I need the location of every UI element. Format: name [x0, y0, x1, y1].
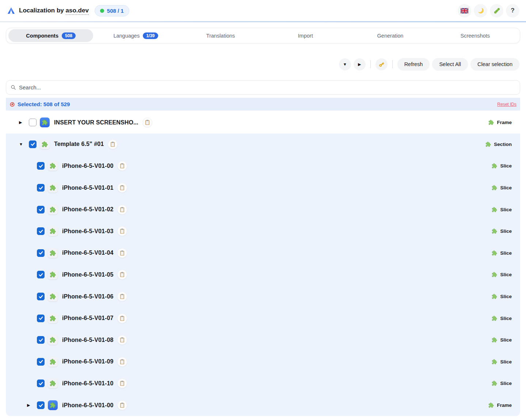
clear-selection-button[interactable]: Clear selection — [470, 58, 519, 70]
refresh-button[interactable]: Refresh — [397, 58, 430, 70]
copy-name-button[interactable] — [117, 292, 127, 301]
tree-row[interactable]: iPhone-6-5-V01-03 Slice — [6, 220, 520, 242]
tree-row[interactable]: ▶ iPhone-6-5-V01-00 — [6, 394, 520, 416]
row-checkbox[interactable] — [37, 336, 45, 344]
copy-name-button[interactable] — [108, 139, 118, 149]
node-puzzle-icon — [48, 183, 58, 193]
row-checkbox[interactable] — [29, 119, 37, 126]
copy-name-button[interactable] — [142, 117, 152, 127]
type-puzzle-icon — [492, 250, 497, 256]
node-puzzle-icon — [48, 335, 58, 345]
app-header: Localization by aso.dev 508 / 1 — [0, 0, 526, 21]
tab-components[interactable]: Components 508 — [8, 29, 93, 42]
type-puzzle-icon — [492, 359, 497, 365]
title-prefix: Localization by — [19, 7, 64, 14]
row-checkbox[interactable] — [37, 358, 45, 366]
node-puzzle-icon — [48, 205, 58, 215]
copy-name-button[interactable] — [117, 357, 127, 367]
node-puzzle-icon — [48, 357, 58, 367]
tab-languages[interactable]: Languages 1/39 — [93, 29, 178, 42]
toolbar-divider — [392, 60, 393, 68]
node-type-label: Slice — [492, 250, 512, 256]
copy-name-button[interactable] — [117, 205, 127, 215]
row-checkbox[interactable] — [37, 293, 45, 300]
uk-flag-icon — [461, 8, 468, 14]
tab-generation[interactable]: Generation — [348, 29, 432, 42]
clipboard-icon — [120, 402, 125, 408]
language-flag-button[interactable] — [458, 4, 471, 18]
expand-arrow-icon[interactable]: ▶ — [27, 403, 37, 408]
type-puzzle-icon — [492, 272, 497, 277]
type-text: Slice — [500, 294, 512, 299]
expand-arrow-icon[interactable]: ▶ — [19, 120, 29, 125]
node-type-label: Frame — [488, 120, 512, 125]
type-text: Slice — [500, 207, 512, 212]
help-button[interactable]: ? — [506, 4, 519, 18]
tab-import[interactable]: Import — [263, 29, 348, 42]
expand-arrow-icon[interactable]: ▼ — [19, 142, 29, 146]
tree-row[interactable]: ▼ Template 6.5" #01 — [6, 134, 520, 155]
tree-row[interactable]: iPhone-6-5-V01-06 Slice — [6, 286, 520, 308]
tab-label: Languages — [113, 33, 140, 39]
tree-row[interactable]: iPhone-6-5-V01-02 Slice — [6, 199, 520, 220]
tab-screenshots[interactable]: Screenshots — [433, 29, 518, 42]
copy-name-button[interactable] — [117, 313, 127, 323]
type-puzzle-icon — [492, 316, 497, 321]
copy-name-button[interactable] — [117, 335, 127, 345]
row-checkbox[interactable] — [37, 315, 45, 322]
row-checkbox[interactable] — [37, 271, 45, 278]
key-button[interactable] — [376, 58, 388, 70]
copy-name-button[interactable] — [117, 248, 127, 258]
type-text: Slice — [500, 381, 512, 386]
title-aso-dev-link[interactable]: aso.dev — [66, 7, 89, 15]
row-checkbox[interactable] — [37, 184, 45, 192]
search-input[interactable] — [19, 84, 515, 90]
key-icon — [378, 61, 385, 68]
reset-ids-link[interactable]: Reset IDs — [497, 102, 517, 107]
row-label: INSERT YOUR SCREENSHO... — [54, 119, 138, 126]
tree-row[interactable]: iPhone-6-5-V01-10 Slice — [6, 373, 520, 394]
tree-row[interactable]: iPhone-6-5-V01-04 Slice — [6, 242, 520, 264]
row-label: iPhone-6-5-V01-08 — [62, 337, 113, 343]
row-checkbox[interactable] — [29, 140, 37, 148]
tree-row[interactable]: iPhone-6-5-V01-05 Slice — [6, 264, 520, 286]
row-label: iPhone-6-5-V01-00 — [62, 163, 113, 169]
row-checkbox[interactable] — [37, 227, 45, 235]
selection-count-text: Selected: 508 of 529 — [18, 101, 70, 107]
tree-row[interactable]: iPhone-6-5-V01-07 Slice — [6, 307, 520, 329]
row-checkbox[interactable] — [37, 249, 45, 257]
tree-row[interactable]: iPhone-6-5-V01-08 Slice — [6, 329, 520, 351]
node-puzzle-icon — [48, 226, 58, 236]
row-label: iPhone-6-5-V01-09 — [62, 358, 113, 365]
changelog-button[interactable] — [490, 4, 503, 18]
node-type-label: Slice — [492, 228, 512, 234]
node-puzzle-icon — [48, 270, 58, 280]
select-all-button[interactable]: Select All — [432, 58, 468, 70]
checkmark-icon — [38, 207, 43, 212]
toolbar-divider — [370, 60, 371, 68]
collapse-all-button[interactable]: ▼ — [339, 58, 351, 70]
node-puzzle-icon — [48, 292, 58, 301]
tree-row[interactable]: iPhone-6-5-V01-09 Slice — [6, 351, 520, 373]
tree-row[interactable]: iPhone-6-5-V01-01 Slice — [6, 177, 520, 199]
copy-name-button[interactable] — [117, 226, 127, 236]
copy-name-button[interactable] — [117, 183, 127, 193]
tree-row[interactable]: iPhone-6-5-V01-00 Slice — [6, 155, 520, 177]
type-puzzle-icon — [492, 294, 497, 299]
tab-label: Import — [298, 33, 313, 39]
run-button[interactable]: ▶ — [354, 58, 366, 70]
type-text: Slice — [500, 359, 512, 365]
dark-mode-button[interactable] — [474, 4, 487, 18]
copy-name-button[interactable] — [117, 400, 127, 410]
row-checkbox[interactable] — [37, 162, 45, 170]
copy-name-button[interactable] — [117, 161, 127, 171]
copy-name-button[interactable] — [117, 378, 127, 388]
row-checkbox[interactable] — [37, 206, 45, 213]
tab-label: Generation — [377, 33, 404, 39]
copy-name-button[interactable] — [117, 270, 127, 280]
tree-row[interactable]: ▶ INSERT YOUR SCREENSHO... — [6, 112, 520, 134]
tab-translations[interactable]: Translations — [178, 29, 263, 42]
row-checkbox[interactable] — [37, 379, 45, 387]
row-checkbox[interactable] — [37, 401, 45, 409]
type-text: Frame — [497, 402, 512, 408]
